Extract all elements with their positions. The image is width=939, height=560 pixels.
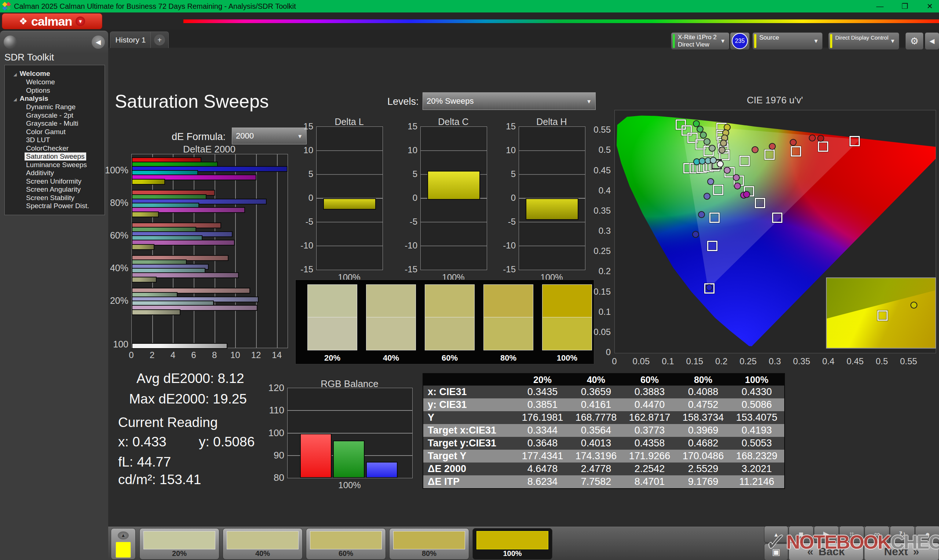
- delta_l-ytick: 5: [295, 169, 313, 179]
- calman-brand-icon: ❖: [19, 16, 28, 27]
- maximize-button[interactable]: ❐: [899, 2, 910, 11]
- cie-target-marker: [755, 198, 765, 208]
- cie-measured-marker: [790, 139, 797, 146]
- results-header-cell: 100%: [730, 375, 783, 385]
- patch-button-40%[interactable]: 40%: [223, 528, 302, 560]
- refresh-button[interactable]: ↻: [890, 526, 915, 543]
- tree-item-dynamic-range[interactable]: Dynamic Range: [26, 103, 76, 111]
- tree-item-additivity[interactable]: Additivity: [26, 169, 54, 177]
- table-row: Target x:CIE310.33440.35640.37730.39690.…: [423, 424, 784, 437]
- read-button[interactable]: ⌗: [839, 526, 864, 543]
- loop-button[interactable]: ∞: [865, 526, 890, 543]
- tree-item-screen-angularity[interactable]: Screen Angularity: [26, 185, 81, 194]
- delta_l-title: Delta L: [316, 117, 382, 127]
- display-control-selector[interactable]: Direct Display Control ▼: [828, 32, 899, 50]
- refresh-icon: ↻: [899, 529, 906, 539]
- tree-item-luminance-sweeps[interactable]: Luminance Sweeps: [26, 161, 87, 169]
- gridline: [214, 154, 215, 348]
- tree-item-welcome[interactable]: Welcome: [26, 78, 55, 86]
- app-header: ❖ calman ▼: [0, 12, 939, 29]
- back-button[interactable]: « Back: [789, 543, 863, 560]
- tree-item-saturation-sweeps[interactable]: Saturation Sweeps: [25, 152, 86, 160]
- delta_l-ytick: -10: [295, 240, 313, 251]
- patch-button-60%[interactable]: 60%: [306, 528, 386, 560]
- close-button[interactable]: ✕: [924, 2, 935, 11]
- gridline: [316, 246, 382, 246]
- tree-item-grayscale-multi[interactable]: Grayscale - Multi: [26, 120, 79, 128]
- cie-measured-marker: [710, 157, 717, 164]
- settings-button[interactable]: ⚙: [905, 32, 924, 50]
- tree-item-options[interactable]: Options: [26, 86, 50, 95]
- patch-button-80%[interactable]: 80%: [389, 528, 469, 560]
- record-button[interactable]: ●: [915, 526, 939, 543]
- patch-button-20%[interactable]: 20%: [139, 528, 219, 560]
- swatch-comparison-panel: ActualTarget20%40%60%80%100%: [295, 280, 594, 364]
- delta_c-ytick: 15: [399, 121, 418, 132]
- chevron-down-icon: ▼: [76, 17, 85, 26]
- tree-group-analysis[interactable]: ◢Analysis: [14, 95, 48, 103]
- tab-history-1[interactable]: History 1: [110, 32, 151, 48]
- delta_l-ytick: 10: [295, 145, 313, 155]
- row-value: 170.0486: [676, 451, 730, 462]
- add-tab-button[interactable]: +: [150, 32, 169, 48]
- cie-measured-marker: [769, 143, 776, 150]
- stop-button[interactable]: ▣: [764, 543, 788, 560]
- row-value: 0.4193: [730, 425, 783, 436]
- tree-item-screen-uniformity[interactable]: Screen Uniformity: [26, 177, 82, 185]
- x-tick: 4: [167, 350, 178, 360]
- stop-icon: ▣: [772, 547, 780, 557]
- cie-y-tick: 0.15: [586, 286, 611, 297]
- row-value: 0.3659: [569, 386, 623, 398]
- delta_c-bar: [427, 171, 480, 200]
- expander-icon[interactable]: ◢: [14, 72, 17, 77]
- cie-y-tick: 0.25: [586, 246, 611, 256]
- delta_c-ytick: -10: [399, 240, 418, 251]
- next-button[interactable]: Next »: [864, 543, 939, 560]
- cie-x-tick: 0: [601, 356, 627, 366]
- gridline: [256, 154, 257, 348]
- cie-y-tick: 0.1: [586, 307, 611, 317]
- sidebar-sphere-button[interactable]: [4, 35, 17, 49]
- sidebar-collapse-button[interactable]: ◀: [92, 35, 105, 49]
- cie-target-marker: [772, 212, 782, 223]
- meter-count-badge[interactable]: 235: [730, 32, 750, 50]
- tree-group-welcome[interactable]: ◢Welcome: [14, 70, 50, 78]
- tree-item-colorchecker[interactable]: ColorChecker: [26, 145, 69, 152]
- rgb-balance-chart: [287, 388, 413, 478]
- tree-item-grayscale-2pt[interactable]: Grayscale - 2pt: [26, 111, 73, 120]
- levels-dropdown[interactable]: 20% Sweeps ▼: [422, 92, 596, 110]
- meter-selector[interactable]: X-Rite i1Pro 2Direct View ▼: [671, 32, 729, 50]
- tree-item-screen-stability[interactable]: Screen Stability: [26, 194, 74, 202]
- rgb-bar-red: [300, 434, 332, 478]
- minimize-button[interactable]: —: [874, 2, 885, 11]
- swatch-level-label: 80%: [483, 353, 533, 363]
- rgb-y-tick: 80: [262, 472, 284, 483]
- delta_c-ytick: 5: [399, 169, 418, 179]
- tree-item-color-gamut[interactable]: Color Gamut: [26, 128, 66, 136]
- tree-group-label: Analysis: [19, 95, 48, 102]
- delta_c-title: Delta C: [420, 117, 486, 127]
- patch-color-40%: [227, 531, 299, 549]
- stop-button[interactable]: ■: [789, 526, 814, 543]
- collapse-panel-button[interactable]: ◀: [925, 32, 939, 50]
- gridline: [316, 222, 382, 223]
- table-row: Target y:CIE310.36480.40130.43580.46820.…: [423, 437, 784, 450]
- delta_h-ytick: 5: [497, 169, 516, 179]
- row-label: Target x:CIE31: [423, 425, 516, 436]
- source-selector[interactable]: Source ▼: [752, 32, 823, 50]
- source-status-stripe: [754, 34, 756, 48]
- calman-logo-icon: [0, 0, 13, 12]
- tree-item-spectral-power-dist-[interactable]: Spectral Power Dist.: [26, 202, 89, 210]
- row-value: 0.3564: [569, 425, 623, 436]
- tree-item-3d-lut[interactable]: 3D LUT: [26, 136, 50, 144]
- play-button[interactable]: ▶: [814, 526, 839, 543]
- expander-icon[interactable]: ◢: [14, 97, 17, 102]
- table-row: Target Y177.4341174.3196171.9266170.0486…: [423, 450, 784, 463]
- calman-menu-button[interactable]: ❖ calman ▼: [2, 13, 102, 29]
- source-label: Source: [759, 34, 812, 42]
- patch-panel-up-button[interactable]: ▲: [764, 526, 788, 543]
- patch-button-100%[interactable]: 100%: [472, 528, 552, 560]
- actual-swatch-80%: [483, 285, 533, 317]
- display-control-label: Direct Display Control: [835, 34, 888, 42]
- patch-window-button[interactable]: ▲: [111, 528, 136, 560]
